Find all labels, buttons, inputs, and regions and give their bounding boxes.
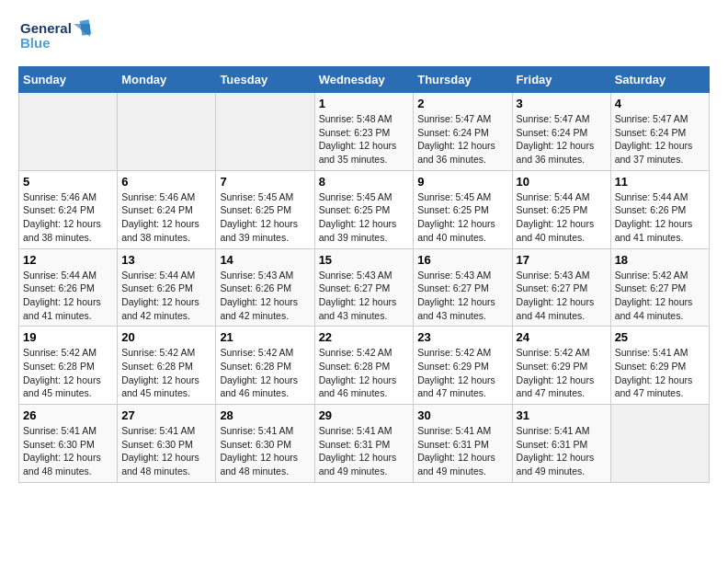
day-info: Sunrise: 5:47 AMSunset: 6:24 PMDaylight:…: [615, 112, 705, 167]
day-info: Sunrise: 5:41 AMSunset: 6:31 PMDaylight:…: [517, 424, 607, 478]
calendar-week-row: 5Sunrise: 5:46 AMSunset: 6:24 PMDaylight…: [19, 170, 710, 248]
calendar-day-cell: 27Sunrise: 5:41 AMSunset: 6:30 PMDayligh…: [118, 405, 216, 483]
day-info: Sunrise: 5:42 AMSunset: 6:27 PMDaylight:…: [615, 269, 705, 323]
calendar-day-cell: 15Sunrise: 5:43 AMSunset: 6:27 PMDayligh…: [314, 248, 414, 327]
day-number: 14: [220, 253, 310, 267]
calendar-week-row: 1Sunrise: 5:48 AMSunset: 6:23 PMDaylight…: [19, 93, 710, 171]
day-number: 13: [121, 253, 211, 267]
day-number: 1: [319, 97, 410, 110]
day-info: Sunrise: 5:41 AMSunset: 6:30 PMDaylight:…: [121, 424, 211, 478]
day-info: Sunrise: 5:41 AMSunset: 6:30 PMDaylight:…: [23, 424, 113, 478]
calendar-day-cell: [19, 93, 118, 171]
calendar-day-cell: 2Sunrise: 5:47 AMSunset: 6:24 PMDaylight…: [414, 93, 512, 171]
weekday-header: Saturday: [610, 67, 709, 93]
day-info: Sunrise: 5:46 AMSunset: 6:24 PMDaylight:…: [121, 190, 211, 245]
day-info: Sunrise: 5:42 AMSunset: 6:28 PMDaylight:…: [319, 346, 410, 400]
calendar-day-cell: 17Sunrise: 5:43 AMSunset: 6:27 PMDayligh…: [512, 248, 610, 327]
calendar-day-cell: 31Sunrise: 5:41 AMSunset: 6:31 PMDayligh…: [512, 405, 610, 483]
calendar-day-cell: 3Sunrise: 5:47 AMSunset: 6:24 PMDaylight…: [512, 93, 610, 171]
day-info: Sunrise: 5:41 AMSunset: 6:29 PMDaylight:…: [615, 346, 705, 400]
calendar-week-row: 26Sunrise: 5:41 AMSunset: 6:30 PMDayligh…: [19, 405, 710, 483]
day-number: 20: [121, 330, 211, 344]
day-number: 7: [220, 175, 310, 189]
day-number: 24: [517, 330, 607, 344]
calendar-header-row: SundayMondayTuesdayWednesdayThursdayFrid…: [19, 67, 710, 93]
day-number: 16: [417, 253, 507, 267]
calendar-day-cell: 23Sunrise: 5:42 AMSunset: 6:29 PMDayligh…: [414, 327, 512, 405]
day-number: 8: [319, 175, 410, 189]
weekday-header: Thursday: [414, 67, 512, 93]
weekday-header: Tuesday: [216, 67, 314, 93]
day-number: 17: [517, 253, 607, 267]
day-number: 18: [615, 253, 705, 267]
day-number: 19: [23, 330, 113, 344]
calendar-day-cell: 1Sunrise: 5:48 AMSunset: 6:23 PMDaylight…: [314, 93, 414, 171]
day-info: Sunrise: 5:42 AMSunset: 6:29 PMDaylight:…: [417, 346, 507, 400]
calendar-day-cell: 24Sunrise: 5:42 AMSunset: 6:29 PMDayligh…: [512, 327, 610, 405]
day-number: 21: [220, 330, 310, 344]
day-number: 25: [615, 330, 705, 344]
calendar-day-cell: 18Sunrise: 5:42 AMSunset: 6:27 PMDayligh…: [610, 248, 709, 327]
calendar-day-cell: 7Sunrise: 5:45 AMSunset: 6:25 PMDaylight…: [216, 170, 314, 248]
calendar-day-cell: 16Sunrise: 5:43 AMSunset: 6:27 PMDayligh…: [414, 248, 512, 327]
logo-svg: General Blue: [18, 18, 92, 57]
day-number: 3: [517, 97, 607, 110]
day-info: Sunrise: 5:44 AMSunset: 6:26 PMDaylight:…: [121, 269, 211, 323]
calendar-day-cell: [216, 93, 314, 171]
day-info: Sunrise: 5:46 AMSunset: 6:24 PMDaylight:…: [23, 190, 113, 245]
day-info: Sunrise: 5:43 AMSunset: 6:27 PMDaylight:…: [517, 269, 607, 323]
calendar-day-cell: 8Sunrise: 5:45 AMSunset: 6:25 PMDaylight…: [314, 170, 414, 248]
calendar-day-cell: [610, 405, 709, 483]
calendar-day-cell: 6Sunrise: 5:46 AMSunset: 6:24 PMDaylight…: [118, 170, 216, 248]
day-info: Sunrise: 5:45 AMSunset: 6:25 PMDaylight:…: [319, 190, 410, 245]
calendar-day-cell: 10Sunrise: 5:44 AMSunset: 6:25 PMDayligh…: [512, 170, 610, 248]
day-number: 31: [517, 408, 607, 422]
day-info: Sunrise: 5:48 AMSunset: 6:23 PMDaylight:…: [319, 112, 410, 167]
day-number: 30: [417, 408, 507, 422]
calendar-day-cell: 22Sunrise: 5:42 AMSunset: 6:28 PMDayligh…: [314, 327, 414, 405]
calendar-day-cell: 30Sunrise: 5:41 AMSunset: 6:31 PMDayligh…: [414, 405, 512, 483]
calendar-day-cell: 28Sunrise: 5:41 AMSunset: 6:30 PMDayligh…: [216, 405, 314, 483]
day-info: Sunrise: 5:42 AMSunset: 6:29 PMDaylight:…: [517, 346, 607, 400]
calendar-day-cell: 25Sunrise: 5:41 AMSunset: 6:29 PMDayligh…: [610, 327, 709, 405]
day-number: 22: [319, 330, 410, 344]
day-info: Sunrise: 5:43 AMSunset: 6:26 PMDaylight:…: [220, 269, 310, 323]
day-info: Sunrise: 5:41 AMSunset: 6:30 PMDaylight:…: [220, 424, 310, 478]
day-number: 6: [121, 175, 211, 189]
day-number: 28: [220, 408, 310, 422]
day-info: Sunrise: 5:41 AMSunset: 6:31 PMDaylight:…: [319, 424, 410, 478]
svg-text:General: General: [20, 20, 72, 36]
day-info: Sunrise: 5:44 AMSunset: 6:25 PMDaylight:…: [517, 190, 607, 245]
svg-text:Blue: Blue: [20, 35, 51, 51]
calendar-table: SundayMondayTuesdayWednesdayThursdayFrid…: [18, 66, 710, 483]
calendar-day-cell: 29Sunrise: 5:41 AMSunset: 6:31 PMDayligh…: [314, 405, 414, 483]
day-info: Sunrise: 5:43 AMSunset: 6:27 PMDaylight:…: [319, 269, 410, 323]
day-number: 15: [319, 253, 410, 267]
day-number: 26: [23, 408, 113, 422]
calendar-day-cell: 19Sunrise: 5:42 AMSunset: 6:28 PMDayligh…: [19, 327, 118, 405]
day-info: Sunrise: 5:42 AMSunset: 6:28 PMDaylight:…: [220, 346, 310, 400]
weekday-header: Monday: [118, 67, 216, 93]
day-number: 23: [417, 330, 507, 344]
calendar-day-cell: 9Sunrise: 5:45 AMSunset: 6:25 PMDaylight…: [414, 170, 512, 248]
day-number: 9: [417, 175, 507, 189]
calendar-day-cell: 5Sunrise: 5:46 AMSunset: 6:24 PMDaylight…: [19, 170, 118, 248]
day-info: Sunrise: 5:47 AMSunset: 6:24 PMDaylight:…: [517, 112, 607, 167]
day-info: Sunrise: 5:41 AMSunset: 6:31 PMDaylight:…: [417, 424, 507, 478]
calendar-day-cell: [118, 93, 216, 171]
day-number: 11: [615, 175, 705, 189]
day-info: Sunrise: 5:44 AMSunset: 6:26 PMDaylight:…: [615, 190, 705, 245]
day-number: 27: [121, 408, 211, 422]
logo: General Blue: [18, 18, 92, 57]
calendar-day-cell: 20Sunrise: 5:42 AMSunset: 6:28 PMDayligh…: [118, 327, 216, 405]
weekday-header: Sunday: [19, 67, 118, 93]
weekday-header: Friday: [512, 67, 610, 93]
day-number: 4: [615, 97, 705, 110]
day-info: Sunrise: 5:42 AMSunset: 6:28 PMDaylight:…: [23, 346, 113, 400]
weekday-header: Wednesday: [314, 67, 414, 93]
calendar-day-cell: 21Sunrise: 5:42 AMSunset: 6:28 PMDayligh…: [216, 327, 314, 405]
calendar-week-row: 12Sunrise: 5:44 AMSunset: 6:26 PMDayligh…: [19, 248, 710, 327]
calendar-day-cell: 12Sunrise: 5:44 AMSunset: 6:26 PMDayligh…: [19, 248, 118, 327]
calendar-day-cell: 11Sunrise: 5:44 AMSunset: 6:26 PMDayligh…: [610, 170, 709, 248]
day-number: 10: [517, 175, 607, 189]
